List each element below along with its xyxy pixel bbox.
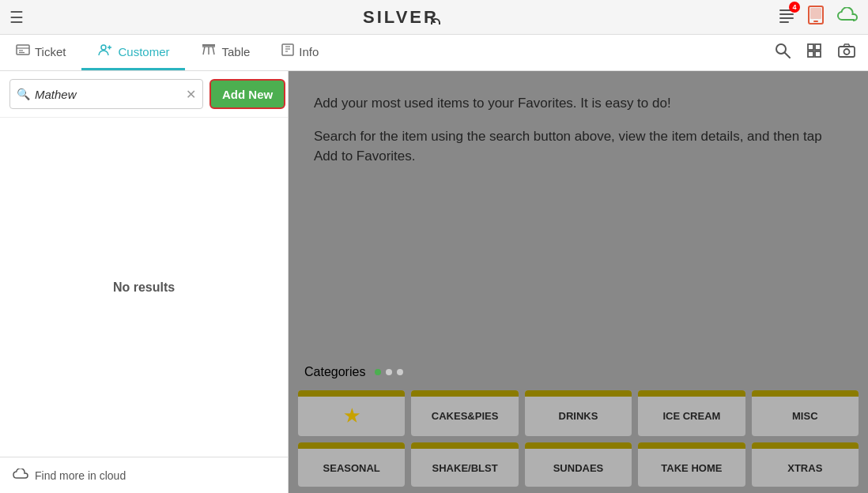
svg-point-30 — [844, 49, 850, 55]
svg-rect-25 — [808, 44, 813, 50]
categories-header: Categories — [289, 360, 868, 384]
dot-3 — [397, 369, 403, 375]
category-name: TAKE HOME — [638, 449, 745, 487]
category-name: SEASONAL — [298, 449, 405, 487]
category-seasonal[interactable]: SEASONAL — [298, 442, 405, 487]
arc-decoration — [431, 18, 440, 24]
svg-rect-28 — [815, 51, 821, 57]
category-name: SUNDAES — [525, 449, 632, 487]
tab-info-label: Info — [299, 45, 319, 58]
notification-badge: 4 — [789, 2, 800, 13]
svg-rect-3 — [779, 21, 789, 23]
app-title: SILVER — [363, 7, 439, 28]
svg-rect-19 — [282, 44, 293, 55]
search-row: 🔍 ✕ Add New — [0, 71, 288, 118]
category-name: MISC — [752, 397, 859, 435]
categories-section: Categories ★ CAKES&PIES — [289, 360, 868, 493]
category-name: SHAKE/BLST — [411, 449, 518, 487]
category-misc[interactable]: MISC — [752, 390, 859, 436]
svg-rect-2 — [779, 17, 794, 19]
tab-info[interactable]: Info — [266, 35, 334, 70]
cloud-small-icon — [13, 467, 28, 484]
dot-1 — [375, 369, 381, 375]
category-name: ICE CREAM — [638, 397, 745, 435]
info-icon — [281, 43, 294, 59]
category-bar — [525, 390, 632, 397]
find-cloud-label: Find more in cloud — [35, 469, 126, 482]
category-name: CAKES&PIES — [411, 397, 518, 435]
favorites-text-2: Search for the item using the search but… — [314, 126, 843, 167]
pagination-dots — [375, 369, 403, 375]
categories-grid: ★ CAKES&PIES DRINKS ICE CREAM MIS — [289, 384, 868, 493]
category-take-home[interactable]: TAKE HOME — [638, 442, 745, 487]
category-bar — [525, 442, 632, 449]
tab-customer-label: Customer — [118, 45, 169, 58]
search-icon[interactable] — [775, 43, 791, 62]
ticket-icon — [16, 43, 30, 59]
tab-customer[interactable]: Customer — [81, 35, 185, 70]
category-name: ★ — [298, 397, 405, 436]
favorites-message: Add your most used items to your Favorit… — [289, 71, 868, 195]
category-shake-blst[interactable]: SHAKE/BLST — [411, 442, 518, 487]
tab-table-label: Table — [221, 45, 250, 58]
search-box: 🔍 ✕ — [9, 79, 203, 109]
tabbar-right — [775, 43, 868, 62]
search-input[interactable] — [35, 88, 186, 101]
customer-icon — [97, 43, 113, 59]
right-panel: Add your most used items to your Favorit… — [289, 71, 868, 493]
category-bar — [298, 442, 405, 449]
svg-rect-29 — [839, 47, 855, 57]
categories-label: Categories — [304, 365, 365, 379]
category-bar — [752, 442, 859, 449]
category-favorites[interactable]: ★ — [298, 390, 405, 436]
svg-line-16 — [203, 47, 205, 55]
category-cakes-pies[interactable]: CAKES&PIES — [411, 390, 518, 436]
favorites-text-1: Add your most used items to your Favorit… — [314, 93, 843, 114]
table-icon — [201, 43, 217, 59]
category-bar — [638, 390, 745, 397]
category-xtras[interactable]: XTRAS — [752, 442, 859, 487]
svg-rect-5 — [813, 21, 818, 22]
svg-line-17 — [213, 47, 214, 55]
main-content: 🔍 ✕ Add New No results Find more in clou… — [0, 71, 868, 493]
search-icon-small: 🔍 — [17, 88, 30, 100]
svg-point-11 — [101, 45, 106, 50]
svg-rect-27 — [808, 51, 813, 57]
tablet-icon[interactable] — [808, 6, 824, 29]
category-sundaes[interactable]: SUNDAES — [525, 442, 632, 487]
no-results-text: No results — [0, 118, 288, 457]
svg-rect-6 — [810, 8, 821, 19]
tab-ticket-label: Ticket — [35, 45, 66, 58]
camera-icon[interactable] — [838, 43, 855, 62]
tab-table[interactable]: Table — [185, 35, 266, 70]
left-panel: 🔍 ✕ Add New No results Find more in clou… — [0, 71, 289, 493]
category-bar — [752, 390, 859, 397]
header-left: ☰ — [9, 8, 24, 27]
svg-rect-26 — [815, 44, 821, 50]
svg-point-23 — [776, 44, 786, 54]
svg-rect-1 — [779, 13, 794, 15]
tab-ticket[interactable]: Ticket — [0, 35, 81, 70]
find-cloud-row[interactable]: Find more in cloud — [0, 457, 288, 493]
grid-icon[interactable] — [806, 43, 822, 62]
clear-button[interactable]: ✕ — [186, 87, 196, 102]
dot-2 — [386, 369, 392, 375]
header: ☰ SILVER 4 — [0, 0, 868, 35]
category-bar — [411, 442, 518, 449]
add-new-button[interactable]: Add New — [209, 79, 285, 109]
category-name: DRINKS — [525, 397, 632, 435]
svg-line-24 — [785, 53, 790, 58]
category-bar — [638, 442, 745, 449]
cloud-icon[interactable] — [836, 7, 859, 28]
header-icons: 4 — [778, 6, 859, 29]
category-bar — [298, 390, 405, 397]
category-name: XTRAS — [752, 449, 859, 487]
hamburger-icon[interactable]: ☰ — [9, 8, 24, 27]
tabbar: Ticket Customer Table — [0, 35, 868, 71]
svg-rect-7 — [17, 45, 29, 55]
category-ice-cream[interactable]: ICE CREAM — [638, 390, 745, 436]
list-icon[interactable]: 4 — [778, 6, 795, 28]
category-drinks[interactable]: DRINKS — [525, 390, 632, 436]
category-bar — [411, 390, 518, 397]
star-icon: ★ — [344, 406, 360, 427]
